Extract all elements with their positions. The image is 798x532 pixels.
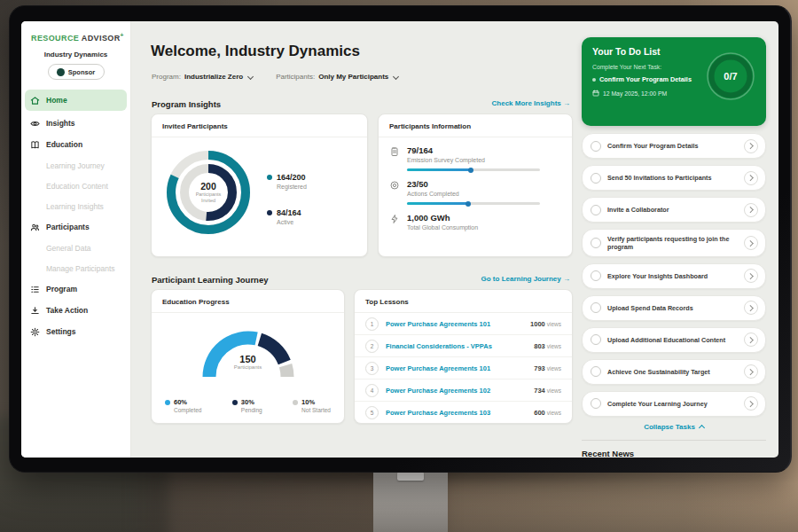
legend-dot [267,210,272,215]
sidebar-item-label: Home [46,96,67,105]
sidebar-item-settings[interactable]: Settings [21,321,130,342]
sidebar-item-program[interactable]: Program [21,278,130,300]
chevron-down-icon [247,73,254,79]
sidebar-item-learning-journey[interactable]: Learning Journey [21,155,130,176]
legend-dot [232,400,238,405]
todo-summary-card: Your To Do List Complete Your Next Task:… [582,37,766,126]
legend-registered: 164/200 Registered [267,173,307,190]
sidebar: RESOURCE ADVISOR+ Industry Dynamics Spon… [21,21,131,458]
task-checkbox[interactable] [591,366,601,377]
sponsor-icon [57,68,65,76]
task-open-button[interactable] [744,396,758,411]
stat-label: Emission Survey Completed [407,157,540,163]
education-icon [30,140,40,150]
legend-label: Registered [277,184,307,190]
task-row[interactable]: Explore Your Insights Dashboard [582,263,766,289]
task-checkbox[interactable] [591,302,601,313]
screen: RESOURCE ADVISOR+ Industry Dynamics Spon… [21,21,778,458]
task-open-button[interactable] [744,364,758,379]
insights-icon [30,119,40,129]
donut-center-label: 200 Participants Invited [162,146,254,239]
chevron-right-icon [747,305,753,310]
education-progress-card: Education Progress 150 Participants 60% … [151,289,345,424]
task-open-button[interactable] [744,203,758,217]
task-checkbox[interactable] [591,173,601,184]
task-label: Upload Additional Educational Content [607,336,738,344]
todo-panel: Your To Do List Complete Your Next Task:… [582,37,766,458]
invited-participants-card: Invited Participants 200 Participants In… [151,113,368,257]
lesson-views-label: views [547,387,561,394]
task-row[interactable]: Upload Additional Educational Content [582,327,766,353]
check-more-insights-link[interactable]: Check More Insights → [492,99,570,107]
task-checkbox[interactable] [591,334,601,345]
lesson-views: 734 [534,387,545,395]
participants-filter[interactable]: Participants: Only My Participants [276,73,398,81]
progress-track [407,168,540,171]
survey-icon [389,146,400,157]
lesson-views: 793 [534,364,545,372]
sidebar-item-education-content[interactable]: Education Content [21,176,130,196]
sidebar-item-general-data[interactable]: General Data [21,238,130,258]
stat-actions-completed: 23/50 Actions Completed [389,179,561,205]
task-label: Send 50 Invitations to Participants [607,174,738,182]
task-label: Explore Your Insights Dashboard [607,272,738,280]
task-open-button[interactable] [744,301,758,315]
recent-news-title: Recent News [582,449,766,458]
divider [582,440,766,441]
logo-primary: RESOURCE [31,34,79,43]
lesson-link[interactable]: Financial Considerations - VPPAs [386,342,534,350]
program-filter[interactable]: Program: Industrialize Zero [152,73,253,81]
task-checkbox[interactable] [591,398,601,409]
task-open-button[interactable] [744,332,758,347]
task-open-button[interactable] [744,236,758,250]
todo-next-task: Confirm Your Program Details [592,75,692,83]
education-legend: 60% Completed 30% Pending 10% Not Starte… [152,395,344,413]
link-label: Go to Learning Journey [481,275,561,283]
sidebar-item-take-action[interactable]: Take Action [21,300,130,321]
card-title: Education Progress [152,290,344,313]
logo-secondary: ADVISOR [82,34,121,43]
task-checkbox[interactable] [591,270,601,281]
task-checkbox[interactable] [591,141,601,152]
task-row[interactable]: Confirm Your Program Details [582,133,766,159]
task-row[interactable]: Achieve One Sustainability Target [582,359,766,385]
task-checkbox[interactable] [591,238,601,248]
task-row[interactable]: Send 50 Invitations to Participants [582,165,766,191]
home-icon [30,96,40,106]
sidebar-item-manage-participants[interactable]: Manage Participants [21,258,130,278]
task-open-button[interactable] [744,269,758,283]
lesson-link[interactable]: Power Purchase Agreements 101 [386,320,530,328]
sidebar-item-learning-insights[interactable]: Learning Insights [21,196,130,216]
monitor-bezel: RESOURCE ADVISOR+ Industry Dynamics Spon… [9,5,792,473]
lesson-row: 3 Power Purchase Agreements 101 793 view… [355,357,572,379]
arrow-right-icon: → [563,275,570,283]
monitor-stand-mount [397,472,424,481]
arrow-right-icon: → [563,99,570,107]
go-to-learning-journey-link[interactable]: Go to Learning Journey → [481,275,570,283]
collapse-tasks-link[interactable]: Collapse Tasks [582,423,766,431]
lesson-link[interactable]: Power Purchase Agreements 102 [386,387,534,395]
task-label: Complete Your Learning Journey [607,400,738,408]
invited-label: Invited [201,198,215,204]
task-open-button[interactable] [744,171,758,185]
legend-value: 164/200 [277,173,307,182]
task-row[interactable]: Verify participants requesting to join t… [582,229,766,257]
task-row[interactable]: Upload Spend Data Records [582,295,766,321]
sidebar-item-home[interactable]: Home [25,90,127,111]
sponsor-badge: Sponsor [48,64,105,80]
sidebar-item-education[interactable]: Education [21,134,130,155]
lesson-views-label: views [547,343,561,349]
lesson-rank: 4 [365,384,379,397]
sidebar-item-participants[interactable]: Participants [21,216,130,238]
lesson-link[interactable]: Power Purchase Agreements 101 [386,364,534,372]
task-open-button[interactable] [744,139,758,153]
task-row[interactable]: Complete Your Learning Journey [582,391,766,417]
sidebar-item-insights[interactable]: Insights [21,113,130,134]
task-checkbox[interactable] [591,205,601,215]
todo-next-task-label: Confirm Your Program Details [599,75,692,83]
stat-value: 1,000 GWh [407,213,478,223]
card-title: Invited Participants [152,114,367,137]
task-row[interactable]: Invite a Collaborator [582,197,766,223]
lesson-link[interactable]: Power Purchase Agreements 103 [386,409,534,417]
sidebar-item-label: Participants [46,223,90,231]
